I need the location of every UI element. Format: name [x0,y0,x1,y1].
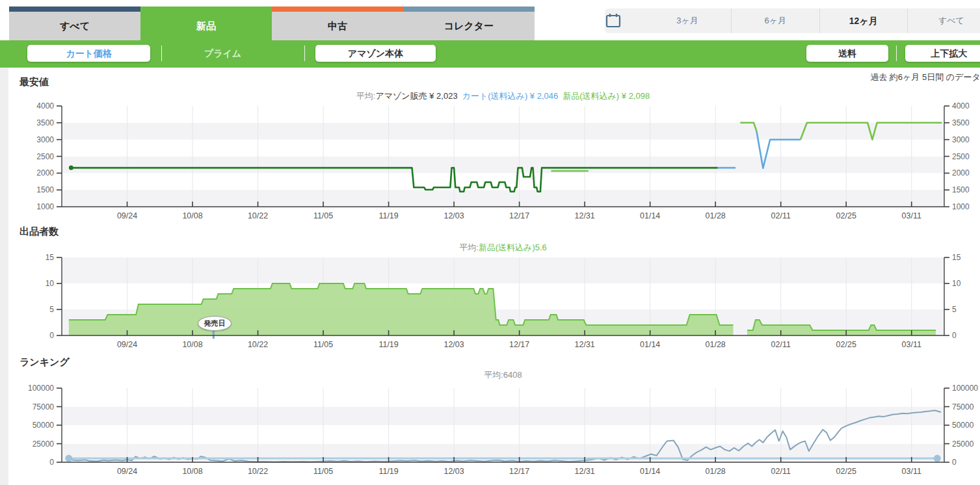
average-value: 新品(送料込み) ¥ 2,098 [563,91,650,101]
svg-text:11/05: 11/05 [313,340,333,349]
svg-text:50000: 50000 [952,421,974,430]
average-value: カート(送料込み) ¥ 2,046 [462,91,559,101]
svg-text:3500: 3500 [952,118,970,127]
svg-text:11/19: 11/19 [378,340,398,349]
svg-text:01/28: 01/28 [706,340,726,349]
tab-collector[interactable]: コレクター [403,7,535,40]
svg-text:0: 0 [49,331,54,340]
svg-text:15: 15 [952,253,961,262]
svg-text:09/24: 09/24 [117,340,137,349]
svg-text:12/03: 12/03 [444,211,464,220]
range-all[interactable]: すべて [907,8,980,33]
tab-label: コレクター [403,12,535,40]
svg-text:02/11: 02/11 [771,340,791,349]
svg-text:10/08: 10/08 [182,211,202,220]
ranking-chart: 0025000250005000050000750007500010000010… [0,383,980,485]
ranking-chart-title: ランキング [20,356,70,369]
svg-text:0: 0 [952,458,957,467]
cart-price-button[interactable]: カート価格 [27,45,150,62]
prime-toggle[interactable]: プライム [182,45,263,62]
average-prefix: 平均:6408 [484,370,522,380]
tab-color-strip [140,7,272,12]
expand-button[interactable]: 上下拡大 [905,45,980,62]
svg-text:01/14: 01/14 [640,467,660,476]
svg-text:09/24: 09/24 [117,467,137,476]
tab-color-strip [9,7,140,12]
svg-text:4000: 4000 [36,101,54,111]
shipping-button[interactable]: 送料 [806,45,888,62]
svg-text:12/31: 12/31 [575,211,595,220]
svg-text:09/24: 09/24 [117,211,137,220]
svg-text:12/31: 12/31 [575,467,595,476]
range-3m[interactable]: 3ヶ月 [644,8,731,33]
calendar-icon[interactable] [605,12,644,29]
svg-text:10/08: 10/08 [182,467,202,476]
sellers-chart: 00551010151509/2410/0810/2211/0511/1912/… [0,252,980,350]
svg-text:02/25: 02/25 [836,340,856,349]
svg-text:5: 5 [49,305,54,314]
svg-text:01/14: 01/14 [640,211,660,220]
svg-text:50000: 50000 [33,421,55,430]
toolbar-separator [161,46,162,61]
svg-text:03/11: 03/11 [902,340,921,349]
tab-label: 中古 [272,12,403,40]
svg-text:75000: 75000 [952,402,974,412]
svg-text:11/19: 11/19 [378,211,398,220]
svg-text:15: 15 [46,253,55,262]
svg-text:25000: 25000 [33,439,55,449]
svg-text:2500: 2500 [36,152,54,161]
average-prefix: 平均: [356,91,376,101]
svg-text:2000: 2000 [952,168,970,177]
data-range-note: 過去 約6ヶ月 5日間 のデータで [870,72,980,83]
svg-text:10/08: 10/08 [182,340,202,349]
average-value: 新品(送料込み)5.6 [479,242,547,252]
svg-text:2000: 2000 [36,168,54,177]
toolbar-separator [896,46,897,61]
tab-color-strip [272,7,403,12]
svg-text:10: 10 [952,279,961,288]
average-value: アマゾン販売 ¥ 2,023 [375,91,457,101]
tab-all[interactable]: すべて [9,7,140,40]
svg-text:100000: 100000 [28,384,54,393]
svg-text:0: 0 [952,331,957,340]
svg-text:10/22: 10/22 [248,340,268,349]
svg-text:12/17: 12/17 [509,340,529,349]
svg-text:10: 10 [46,279,55,288]
svg-text:10/22: 10/22 [248,467,268,476]
price-tracker-page: すべて 新品 中古 コレクター 3ヶ月 6ヶ月 12ヶ月 すべて カート価格 プ… [0,0,980,485]
svg-text:11/05: 11/05 [313,211,333,220]
price-chart-title: 最安値 [20,76,49,88]
svg-text:1000: 1000 [36,202,54,211]
svg-text:12/17: 12/17 [509,211,529,220]
svg-text:100000: 100000 [952,384,978,393]
svg-text:01/14: 01/14 [640,340,660,349]
svg-text:2500: 2500 [952,152,970,161]
svg-text:4000: 4000 [952,101,970,111]
svg-text:1000: 1000 [952,202,970,211]
tab-label: 新品 [140,12,272,40]
release-date-balloon: 発売日 [198,316,232,331]
svg-text:0: 0 [49,458,54,467]
svg-text:11/19: 11/19 [378,467,398,476]
svg-text:12/17: 12/17 [509,467,529,476]
svg-text:25000: 25000 [952,439,974,449]
svg-text:12/03: 12/03 [444,340,464,349]
svg-text:11/05: 11/05 [313,467,333,476]
svg-text:3500: 3500 [36,118,54,127]
tab-new[interactable]: 新品 [140,7,272,40]
range-12m[interactable]: 12ヶ月 [819,8,907,33]
range-6m[interactable]: 6ヶ月 [731,8,819,33]
svg-text:02/25: 02/25 [836,211,856,220]
ranking-chart-average: 平均:6408 [62,369,944,381]
tab-used[interactable]: 中古 [272,7,403,40]
svg-text:01/28: 01/28 [706,467,726,476]
plot-bands [62,388,944,462]
tab-label: すべて [9,12,140,40]
svg-text:12/31: 12/31 [575,340,595,349]
svg-text:3000: 3000 [952,135,970,144]
plot-bands [62,106,944,207]
svg-text:5: 5 [952,305,957,314]
amazon-body-button[interactable]: アマゾン本体 [315,45,436,62]
tab-color-strip [403,7,535,12]
svg-text:02/11: 02/11 [771,211,791,220]
